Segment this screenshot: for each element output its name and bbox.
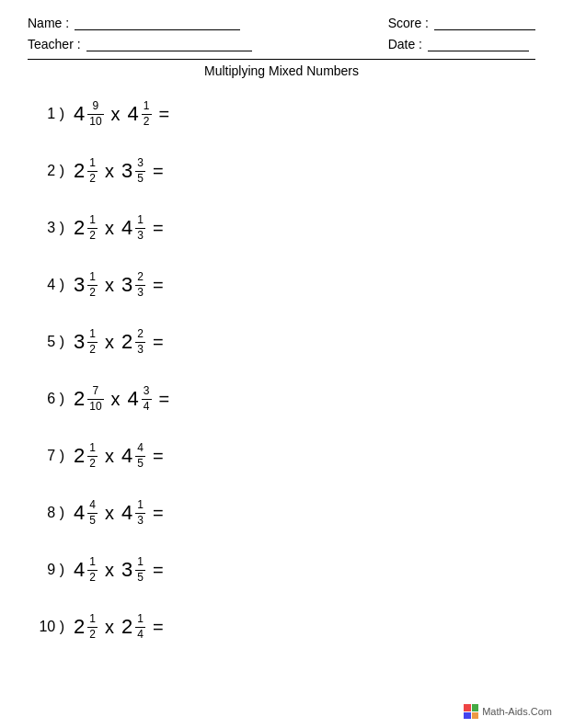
watermark-text: Math-Aids.Com <box>482 706 552 717</box>
whole-2: 4 <box>121 218 132 238</box>
fraction-2: 1 5 <box>135 555 145 585</box>
mixed-number-2: 3 1 5 <box>121 555 145 585</box>
numerator-1: 1 <box>87 612 98 628</box>
fraction-1: 1 2 <box>87 441 98 471</box>
date-label: Date : <box>388 37 422 51</box>
equals-sign: = <box>153 332 164 353</box>
numerator-1: 1 <box>87 156 98 172</box>
fraction-1: 1 2 <box>87 612 98 642</box>
fraction-1: 9 10 <box>87 99 103 129</box>
whole-1: 2 <box>74 161 85 181</box>
numerator-1: 1 <box>87 213 98 229</box>
mixed-number-1: 3 1 2 <box>74 270 98 300</box>
denominator-2: 3 <box>135 229 145 244</box>
date-field <box>428 36 529 51</box>
problem-row: 10 ) 2 1 2 x 2 1 4 = <box>28 598 535 655</box>
watermark: Math-Aids.Com <box>464 704 552 719</box>
header: Name : Teacher : Score : Date : <box>28 15 535 51</box>
mixed-number-1: 3 1 2 <box>74 327 98 357</box>
header-left: Name : Teacher : <box>28 15 252 51</box>
problem-row: 4 ) 3 1 2 x 3 2 3 = <box>28 256 535 313</box>
numerator-1: 4 <box>87 498 98 514</box>
equals-sign: = <box>153 560 164 581</box>
whole-1: 4 <box>74 503 85 523</box>
mixed-number-2: 4 1 2 <box>128 99 152 129</box>
mixed-number-1: 4 9 10 <box>74 99 104 129</box>
whole-2: 3 <box>121 275 132 295</box>
numerator-2: 2 <box>135 270 145 286</box>
denominator-2: 4 <box>135 628 145 643</box>
worksheet-title: Multiplying Mixed Numbers <box>28 63 535 78</box>
fraction-2: 2 3 <box>135 270 145 300</box>
whole-1: 3 <box>74 332 85 352</box>
problem-row: 9 ) 4 1 2 x 3 1 5 = <box>28 541 535 598</box>
numerator-2: 1 <box>142 99 152 115</box>
fraction-2: 2 3 <box>135 327 145 357</box>
denominator-1: 2 <box>87 628 98 643</box>
problem-row: 3 ) 2 1 2 x 4 1 3 = <box>28 199 535 256</box>
multiply-operator: x <box>111 104 121 125</box>
whole-2: 4 <box>128 389 139 409</box>
denominator-1: 10 <box>87 115 103 130</box>
mixed-number-1: 2 1 2 <box>74 612 98 642</box>
whole-2: 3 <box>121 560 132 580</box>
mixed-number-2: 4 3 4 <box>128 384 152 414</box>
denominator-2: 5 <box>135 457 145 472</box>
mixed-number-2: 2 1 4 <box>121 612 145 642</box>
multiply-operator: x <box>105 446 114 467</box>
name-label: Name : <box>28 16 69 30</box>
problem-number: 5 ) <box>28 334 74 350</box>
multiply-operator: x <box>105 218 114 239</box>
equals-sign: = <box>153 218 164 239</box>
problem-number: 6 ) <box>28 391 74 407</box>
fraction-1: 1 2 <box>87 555 98 585</box>
mixed-number-1: 2 1 2 <box>74 213 98 243</box>
whole-1: 2 <box>74 389 85 409</box>
numerator-2: 1 <box>135 213 145 229</box>
whole-1: 4 <box>74 104 85 124</box>
mixed-number-1: 4 1 2 <box>74 555 98 585</box>
numerator-2: 1 <box>135 612 145 628</box>
numerator-2: 2 <box>135 327 145 343</box>
problem-row: 7 ) 2 1 2 x 4 4 5 = <box>28 427 535 484</box>
problems-list: 1 ) 4 9 10 x 4 1 2 = 2 ) 2 <box>28 85 535 655</box>
whole-1: 3 <box>74 275 85 295</box>
teacher-row: Teacher : <box>28 36 252 51</box>
whole-2: 3 <box>121 161 132 181</box>
denominator-1: 2 <box>87 571 98 586</box>
denominator-1: 2 <box>87 172 98 187</box>
whole-2: 2 <box>121 332 132 352</box>
fraction-1: 1 2 <box>87 156 98 186</box>
fraction-1: 4 5 <box>87 498 98 528</box>
whole-2: 4 <box>128 104 139 124</box>
fraction-2: 3 5 <box>135 156 145 186</box>
mixed-number-1: 4 4 5 <box>74 498 98 528</box>
mixed-number-2: 4 1 3 <box>121 498 145 528</box>
score-label: Score : <box>388 16 429 30</box>
problem-number: 1 ) <box>28 106 74 122</box>
denominator-2: 2 <box>142 115 152 130</box>
denominator-2: 4 <box>142 400 152 415</box>
problem-row: 6 ) 2 7 10 x 4 3 4 = <box>28 370 535 427</box>
problem-row: 1 ) 4 9 10 x 4 1 2 = <box>28 85 535 142</box>
numerator-2: 3 <box>135 156 145 172</box>
mixed-number-1: 2 7 10 <box>74 384 104 414</box>
header-divider <box>28 59 535 60</box>
problem-number: 10 ) <box>28 619 74 635</box>
equals-sign: = <box>153 446 164 467</box>
denominator-2: 5 <box>135 571 145 586</box>
multiply-operator: x <box>111 389 121 410</box>
date-row: Date : <box>388 36 535 51</box>
name-row: Name : <box>28 15 252 30</box>
problem-number: 3 ) <box>28 220 74 236</box>
fraction-2: 1 4 <box>135 612 145 642</box>
equals-sign: = <box>153 503 164 524</box>
mixed-number-1: 2 1 2 <box>74 156 98 186</box>
numerator-1: 9 <box>87 99 103 115</box>
score-row: Score : <box>388 15 535 30</box>
problem-number: 2 ) <box>28 163 74 179</box>
whole-2: 4 <box>121 503 132 523</box>
denominator-2: 5 <box>135 172 145 187</box>
worksheet-page: Name : Teacher : Score : Date : Multiply… <box>0 0 563 728</box>
numerator-2: 3 <box>142 384 152 400</box>
